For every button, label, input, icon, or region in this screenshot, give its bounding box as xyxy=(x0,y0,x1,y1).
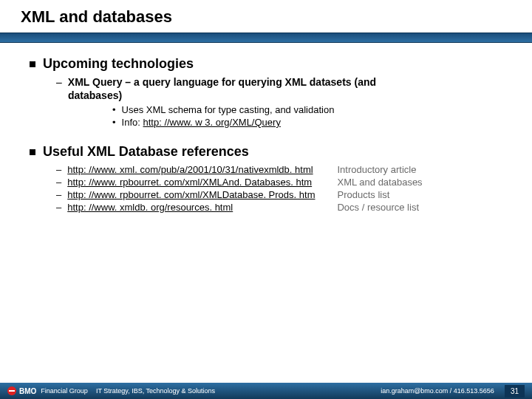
ref-link[interactable]: http: //www. xmldb. org/resources. html xyxy=(67,202,233,213)
title-bar: XML and databases xyxy=(0,0,532,31)
footer-dept: IT Strategy, IBS, Technology & Solutions xyxy=(96,387,215,395)
point-text: Info: http: //www. w 3. org/XML/Query xyxy=(122,117,281,128)
ref-link[interactable]: http: //www. xml. com/pub/a/2001/10/31/n… xyxy=(67,164,313,175)
ref-row: – http: //www. rpbourret. com/xml/XMLDat… xyxy=(56,189,315,200)
ref-desc: XML and databases xyxy=(337,177,422,188)
ref-row: – http: //www. xml. com/pub/a/2001/10/31… xyxy=(56,164,315,175)
dot-icon: • xyxy=(112,117,116,128)
ref-desc: Introductory article xyxy=(337,164,422,175)
dash-icon: – xyxy=(56,76,62,88)
ref-row: – http: //www. xmldb. org/resources. htm… xyxy=(56,202,315,213)
references-block: – http: //www. xml. com/pub/a/2001/10/31… xyxy=(56,164,502,214)
page-number: 31 xyxy=(505,385,525,398)
footer-right: ian.graham@bmo.com / 416.513.5656 31 xyxy=(381,385,525,398)
footer-bar: BMO Financial Group IT Strategy, IBS, Te… xyxy=(0,383,532,399)
point-row: • Info: http: //www. w 3. org/XML/Query xyxy=(112,117,502,128)
sub-text: XML Query – a query language for queryin… xyxy=(68,76,376,88)
point-row: • Uses XML schema for type casting, and … xyxy=(112,104,502,115)
references-descriptions: Introductory article XML and databases P… xyxy=(337,164,422,214)
ref-link[interactable]: http: //www. rpbourret. com/xml/XMLAnd. … xyxy=(67,177,312,188)
dash-icon: – xyxy=(56,189,61,200)
section-references: Useful XML Database references – http: /… xyxy=(30,144,502,214)
ref-row: – http: //www. rpbourret. com/xml/XMLAnd… xyxy=(56,177,315,188)
bmo-logo-icon: BMO xyxy=(7,386,36,395)
section-heading: Upcoming technologies xyxy=(43,56,194,72)
dot-icon: • xyxy=(112,104,116,115)
sub-row-cont: databases) xyxy=(68,89,502,101)
bmo-text: BMO xyxy=(19,387,36,395)
bmo-roundel-icon xyxy=(7,386,16,395)
section-upcoming: Upcoming technologies – XML Query – a qu… xyxy=(30,56,502,128)
ref-desc: Docs / resource list xyxy=(337,202,422,213)
references-links: – http: //www. xml. com/pub/a/2001/10/31… xyxy=(56,164,315,214)
square-bullet-icon xyxy=(30,61,35,67)
dash-icon: – xyxy=(56,177,61,188)
point-text: Uses XML schema for type casting, and va… xyxy=(122,104,335,115)
dash-icon: – xyxy=(56,202,61,213)
point-prefix: Info: xyxy=(122,117,143,128)
sub-row: – XML Query – a query language for query… xyxy=(56,76,502,88)
slide: XML and databases Upcoming technologies … xyxy=(0,0,532,399)
bullet-row: Useful XML Database references xyxy=(30,144,502,160)
brand-suffix: Financial Group xyxy=(41,387,88,395)
section-heading: Useful XML Database references xyxy=(43,144,249,160)
square-bullet-icon xyxy=(30,149,35,155)
content-area: Upcoming technologies – XML Query – a qu… xyxy=(0,43,532,219)
title-underline xyxy=(0,33,532,43)
dash-icon: – xyxy=(56,164,61,175)
sub-text-cont: databases) xyxy=(68,89,122,101)
info-link[interactable]: http: //www. w 3. org/XML/Query xyxy=(143,117,280,128)
footer-brand: BMO Financial Group xyxy=(7,386,88,395)
ref-desc: Products list xyxy=(337,189,422,200)
sub-xml-query: – XML Query – a query language for query… xyxy=(56,76,502,128)
sub-points: • Uses XML schema for type casting, and … xyxy=(112,104,502,128)
ref-link[interactable]: http: //www. rpbourret. com/xml/XMLDatab… xyxy=(67,189,315,200)
footer-contact: ian.graham@bmo.com / 416.513.5656 xyxy=(381,387,494,395)
bullet-row: Upcoming technologies xyxy=(30,56,502,72)
spacer xyxy=(0,219,532,383)
slide-title: XML and databases xyxy=(21,7,532,27)
